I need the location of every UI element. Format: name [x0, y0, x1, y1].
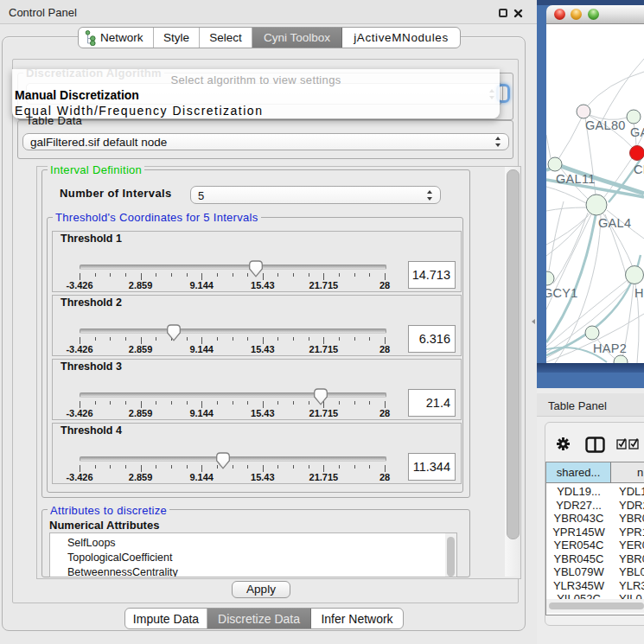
svg-text:GAL4: GAL4: [598, 216, 631, 230]
svg-text:GCY1: GCY1: [546, 286, 578, 300]
svg-text:GAL11: GAL11: [556, 172, 596, 186]
svg-text:GAL80: GAL80: [585, 118, 626, 132]
svg-text:GA: GA: [630, 125, 644, 139]
svg-text:CD: CD: [634, 163, 644, 176]
svg-text:HI: HI: [634, 286, 644, 300]
svg-text:HAP2: HAP2: [593, 341, 627, 355]
